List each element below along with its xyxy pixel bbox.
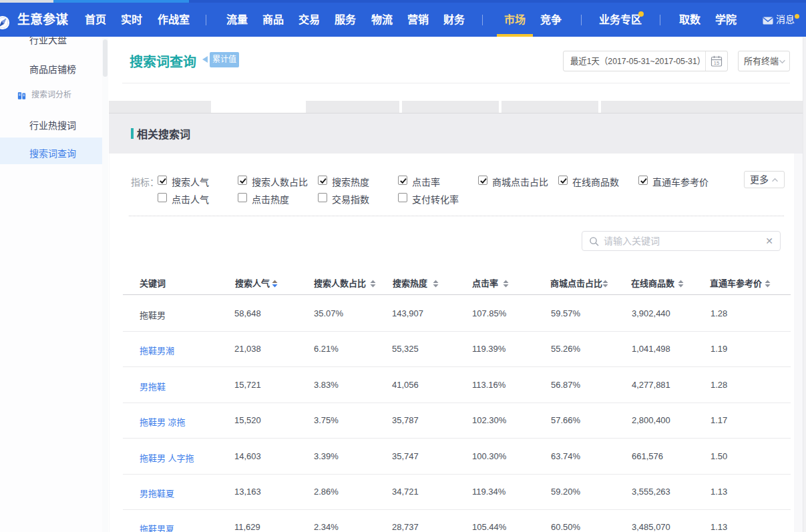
svg-text:15: 15 bbox=[714, 60, 719, 66]
